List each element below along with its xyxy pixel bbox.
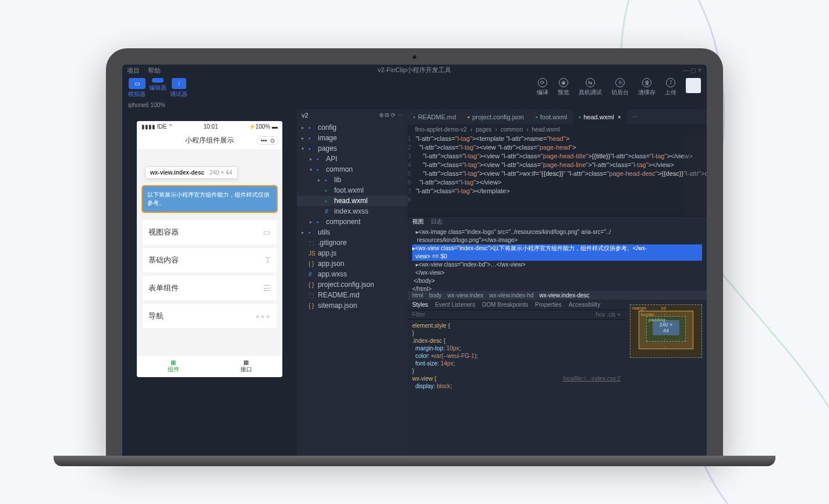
phone-capsule[interactable]: ••• ⊙ [257, 136, 279, 145]
component-item[interactable]: 基础内容𝕋 [143, 248, 277, 272]
dom-crumb-item[interactable]: wx-view.index [448, 292, 484, 299]
tree-node[interactable]: ▸ ▪ utils [297, 227, 408, 237]
dt-tab[interactable]: 视图 [412, 218, 424, 226]
devtools-tabs[interactable]: 视图日志 [408, 216, 707, 227]
style-tab[interactable]: Event Listeners [435, 301, 475, 308]
style-tab[interactable]: Styles [412, 301, 428, 308]
tree-node[interactable]: ▸ ▪ lib [297, 175, 408, 185]
explorer-actions[interactable]: ⊕ ⧉ ⟳ ⋯ [379, 112, 403, 119]
file-explorer: v2 ⊕ ⧉ ⟳ ⋯ ▸ ▪ config ▸ ▪ image ▾ ▪ page… [297, 109, 408, 456]
menu-help[interactable]: 帮助 [148, 66, 161, 75]
bm-padding-label: padding [649, 317, 665, 322]
dom-crumb-item[interactable]: wx-view.index-hd [489, 292, 533, 299]
bm-margin-label: margin [632, 306, 646, 311]
editor-tab[interactable]: ▪head.wxml× [573, 109, 626, 125]
editor-tab[interactable]: ▪foot.wxml [530, 109, 573, 125]
toolbar-button[interactable]: ⟳编译 [537, 78, 548, 97]
status-time: 10:01 [203, 123, 218, 130]
box-model: margin 10 border - padding - 240 × 44 [625, 300, 707, 456]
dom-crumb-item[interactable]: body [429, 292, 442, 299]
code-editor[interactable]: 12345678 "l-attr">class="l-tag"><templat… [408, 134, 707, 216]
tree-node[interactable]: ▸ ▪ image [297, 133, 408, 143]
explorer-root[interactable]: v2 [302, 112, 309, 119]
tree-node[interactable]: JS app.js [297, 248, 408, 258]
devtools: 视图日志 ▸<wx-image class="index-logo" src="… [408, 216, 707, 456]
tree-node[interactable]: ⬚ .gitignore [297, 237, 408, 248]
phone-tab[interactable]: ▦接口 [210, 356, 282, 377]
device-label: iphone6 100% [122, 101, 707, 109]
style-tab[interactable]: Accessibility [569, 301, 600, 308]
tree-node[interactable]: ⬚ README.md [297, 290, 408, 300]
tree-node[interactable]: { } project.config.json [297, 279, 408, 290]
phone-preview: ▮▮▮▮ IDE ⌃ 10:01 ⚡100% ▬ 小程序组件展示 ••• ⊙ w… [137, 121, 282, 377]
tab-overflow[interactable]: ⋯ [627, 113, 643, 121]
highlighted-view[interactable]: 以下将展示小程序官方组件能力，组件样式仅供参考。 [143, 186, 277, 212]
avatar[interactable] [686, 78, 701, 93]
laptop-frame: 项目 帮助 v2-FinClip小程序开发工具 — ▢ ✕ ▭模拟器 编辑器 ⫶… [106, 48, 723, 456]
toolbar-pill[interactable]: ⫶调试器 [170, 78, 187, 98]
tree-node[interactable]: { } app.json [297, 258, 408, 269]
tree-node[interactable]: ▸ ▪ config [297, 122, 408, 133]
styles-filter[interactable]: Filter :hov .cls + [408, 310, 625, 320]
toolbar-button[interactable]: 🗑清缓存 [638, 78, 656, 97]
style-tab[interactable]: Properties [535, 301, 562, 308]
breadcrumb[interactable]: fino-applet-demo-v2›pages›common›head.wx… [408, 125, 707, 134]
simulator-pane: ▮▮▮▮ IDE ⌃ 10:01 ⚡100% ▬ 小程序组件展示 ••• ⊙ w… [122, 109, 297, 456]
toolbar-button[interactable]: ⎘切后台 [611, 78, 629, 97]
phone-statusbar: ▮▮▮▮ IDE ⌃ 10:01 ⚡100% ▬ [137, 121, 282, 132]
inspect-tooltip: wx-view.index-desc 240 × 44 [145, 166, 238, 179]
tree-node[interactable]: ▾ ▪ common [297, 164, 408, 175]
minimap[interactable] [683, 134, 707, 216]
editor-tabs: ▪README.md ▪project.config.json ▪foot.wx… [408, 109, 707, 125]
component-list: 视图容器▭ 基础内容𝕋 表单组件☰ 导航∘∘∘ [143, 220, 277, 328]
tooltip-selector: wx-view.index-desc [150, 169, 204, 176]
menu-project[interactable]: 项目 [127, 66, 140, 75]
phone-title: 小程序组件展示 [185, 136, 234, 145]
toolbar-pill[interactable]: 编辑器 [149, 78, 166, 98]
toolbar-button[interactable]: ⇋真机调试 [579, 78, 602, 97]
dom-crumb-item[interactable]: html [412, 292, 423, 299]
main-area: ▮▮▮▮ IDE ⌃ 10:01 ⚡100% ▬ 小程序组件展示 ••• ⊙ w… [122, 109, 707, 456]
status-right: ⚡100% ▬ [249, 123, 278, 130]
window-controls[interactable]: — ▢ ✕ [683, 67, 702, 73]
app-screen: 项目 帮助 v2-FinClip小程序开发工具 — ▢ ✕ ▭模拟器 编辑器 ⫶… [122, 65, 707, 456]
dom-crumb-item[interactable]: wx-view.index-desc [539, 292, 589, 299]
phone-body: wx-view.index-desc 240 × 44 以下将展示小程序官方组件… [137, 149, 282, 355]
component-item[interactable]: 表单组件☰ [143, 276, 277, 300]
phone-navbar: 小程序组件展示 ••• ⊙ [137, 132, 282, 149]
toolbar-button[interactable]: ⤴上传 [665, 78, 676, 97]
styles-rules[interactable]: element.style {}.index-desc {</span></di… [408, 320, 625, 456]
tree-node[interactable]: # app.wxss [297, 269, 408, 279]
tree-node[interactable]: ▪ foot.wxml [297, 185, 408, 196]
status-left: ▮▮▮▮ IDE ⌃ [141, 123, 173, 130]
filter-placeholder[interactable]: Filter [412, 311, 425, 318]
style-tab[interactable]: DOM Breakpoints [482, 301, 528, 308]
component-item[interactable]: 视图容器▭ [143, 220, 277, 244]
tree-node[interactable]: ▸ ▪ API [297, 154, 408, 164]
explorer-header: v2 ⊕ ⧉ ⟳ ⋯ [297, 109, 408, 121]
toolbar-pill[interactable]: ▭模拟器 [128, 78, 146, 98]
tree-node[interactable]: { } sitemap.json [297, 300, 408, 311]
editor-tab[interactable]: ▪project.config.json [462, 109, 530, 125]
bm-margin-top: 10 [661, 306, 666, 311]
phone-tab[interactable]: ▦组件 [137, 356, 210, 377]
dt-tab[interactable]: 日志 [431, 218, 442, 226]
tree-node[interactable]: ▸ ▪ component [297, 216, 408, 227]
toolbar-button[interactable]: ◉预览 [558, 78, 569, 97]
tree-node[interactable]: ▾ ▪ pages [297, 143, 408, 154]
tree-node[interactable]: # index.wxss [297, 206, 408, 216]
dom-breadcrumb[interactable]: htmlbodywx-view.indexwx-view.index-hdwx-… [408, 291, 707, 300]
styles-tabs[interactable]: StylesEvent ListenersDOM BreakpointsProp… [408, 300, 625, 310]
file-tree: ▸ ▪ config ▸ ▪ image ▾ ▪ pages ▸ ▪ API ▾… [297, 121, 408, 456]
tree-node[interactable]: ▪ head.wxml [297, 196, 408, 206]
dom-panel[interactable]: ▸<wx-image class="index-logo" src="../re… [408, 227, 707, 291]
tooltip-dimensions: 240 × 44 [210, 169, 232, 176]
camera-dot [413, 55, 416, 59]
styles-panel: StylesEvent ListenersDOM BreakpointsProp… [408, 300, 625, 456]
editor-tab[interactable]: ▪README.md [408, 109, 462, 125]
component-item[interactable]: 导航∘∘∘ [143, 304, 277, 328]
editor-column: ▪README.md ▪project.config.json ▪foot.wx… [408, 109, 707, 456]
filter-actions[interactable]: :hov .cls + [594, 311, 621, 318]
toolbar: ▭模拟器 编辑器 ⫶调试器 ⟳编译 ◉预览 ⇋真机调试 ⎘切后台 🗑清缓存 ⤴上… [122, 74, 707, 101]
phone-tabbar: ▦组件 ▦接口 [137, 355, 282, 377]
